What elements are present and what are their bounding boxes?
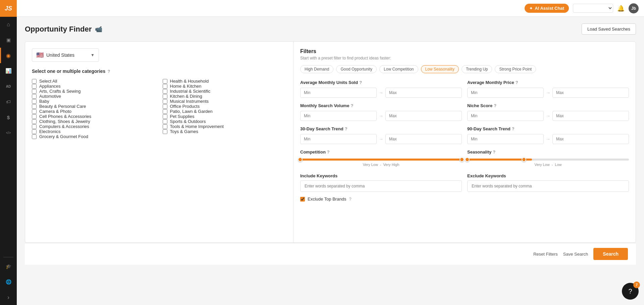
computers-checkbox[interactable]: [32, 124, 37, 129]
search-volume-max[interactable]: [385, 111, 462, 121]
category-cell-phones[interactable]: Cell Phones & Accessories: [32, 114, 156, 119]
preset-high-demand[interactable]: High Demand: [300, 65, 333, 73]
search-volume-help-icon[interactable]: ?: [351, 103, 353, 108]
category-appliances[interactable]: Appliances: [32, 84, 156, 89]
automotive-checkbox[interactable]: [32, 94, 37, 99]
reset-filters-button[interactable]: Reset Filters: [533, 252, 558, 257]
seasonality-help-icon[interactable]: ?: [493, 149, 495, 155]
sidebar-item-home[interactable]: ⌂: [0, 17, 17, 32]
search-button[interactable]: Search: [593, 248, 628, 260]
video-tutorial-icon[interactable]: 📹: [95, 26, 102, 33]
search-volume-min[interactable]: [300, 111, 377, 121]
grocery-checkbox[interactable]: [32, 134, 37, 139]
sidebar-item-extension[interactable]: 🌐: [0, 274, 17, 290]
electronics-checkbox[interactable]: [32, 129, 37, 134]
category-kitchen[interactable]: Kitchen & Dining: [163, 94, 287, 99]
kitchen-checkbox[interactable]: [163, 94, 167, 99]
baby-checkbox[interactable]: [32, 99, 37, 104]
category-patio[interactable]: Patio, Lawn & Garden: [163, 109, 287, 114]
avg-units-min[interactable]: [300, 88, 377, 98]
trend-30-help-icon[interactable]: ?: [345, 126, 347, 131]
category-industrial[interactable]: Industrial & Scientific: [163, 89, 287, 94]
category-arts-crafts[interactable]: Arts, Crafts & Sewing: [32, 89, 156, 94]
category-electronics[interactable]: Electronics: [32, 129, 156, 134]
category-computers[interactable]: Computers & Accessories: [32, 124, 156, 129]
trend-30-max[interactable]: [385, 134, 462, 144]
trend-90-max[interactable]: [552, 134, 629, 144]
competition-thumb-left[interactable]: [298, 157, 303, 162]
category-sports[interactable]: Sports & Outdoors: [163, 119, 287, 124]
home-kitchen-checkbox[interactable]: [163, 84, 167, 89]
country-selector[interactable]: 🇺🇸 United States ▼: [32, 48, 99, 62]
patio-checkbox[interactable]: [163, 109, 167, 114]
trend-30-min[interactable]: [300, 134, 377, 144]
preset-good-opportunity[interactable]: Good Opportunity: [336, 65, 377, 73]
niche-score-max[interactable]: [552, 111, 629, 121]
category-automotive[interactable]: Automotive: [32, 94, 156, 99]
avg-units-max[interactable]: [385, 88, 462, 98]
preset-strong-price[interactable]: Strong Price Point: [495, 65, 536, 73]
trend-90-help-icon[interactable]: ?: [512, 126, 515, 131]
preset-trending-up[interactable]: Trending Up: [462, 65, 492, 73]
trend-90-min[interactable]: [467, 134, 544, 144]
ai-assist-button[interactable]: ✦ AI Assist Chat: [525, 4, 569, 13]
avg-price-min[interactable]: [467, 88, 544, 98]
preset-low-seasonality[interactable]: Low Seasonality: [421, 65, 459, 73]
select-all-checkbox[interactable]: [32, 79, 37, 84]
category-beauty[interactable]: Beauty & Personal Care: [32, 104, 156, 109]
seasonality-thumb-right[interactable]: [522, 157, 526, 162]
seasonality-thumb-left[interactable]: [465, 157, 470, 162]
sidebar-item-academy[interactable]: 🎓: [0, 259, 17, 274]
health-checkbox[interactable]: [163, 79, 167, 84]
category-tools[interactable]: Tools & Home Improvement: [163, 124, 287, 129]
sidebar-item-products[interactable]: ▣: [0, 32, 17, 48]
toys-checkbox[interactable]: [163, 129, 167, 134]
category-pet[interactable]: Pet Supplies: [163, 114, 287, 119]
category-office[interactable]: Office Products: [163, 104, 287, 109]
category-musical[interactable]: Musical Instruments: [163, 99, 287, 104]
seasonality-slider[interactable]: Very Low - Low: [467, 157, 629, 168]
avg-units-help-icon[interactable]: ?: [359, 80, 362, 85]
office-checkbox[interactable]: [163, 104, 167, 109]
beauty-checkbox[interactable]: [32, 104, 37, 109]
exclude-keywords-input[interactable]: [467, 180, 629, 192]
sidebar-item-opportunity[interactable]: ◉: [0, 48, 17, 63]
include-keywords-input[interactable]: [300, 180, 462, 192]
category-select-all[interactable]: Select All: [32, 79, 156, 84]
sidebar-item-tags[interactable]: 🏷: [0, 94, 17, 110]
sidebar-item-code[interactable]: </>: [0, 125, 17, 140]
camera-checkbox[interactable]: [32, 109, 37, 114]
user-avatar[interactable]: Jb: [629, 3, 639, 13]
sidebar-item-ads[interactable]: AD: [0, 79, 17, 94]
industrial-checkbox[interactable]: [163, 89, 167, 94]
preset-low-competition[interactable]: Low Competition: [379, 65, 418, 73]
category-home-kitchen[interactable]: Home & Kitchen: [163, 84, 287, 89]
category-clothing[interactable]: Clothing, Shoes & Jewelry: [32, 119, 156, 124]
category-grocery[interactable]: Grocery & Gourmet Food: [32, 134, 156, 139]
notification-bell[interactable]: 🔔: [617, 5, 625, 12]
competition-slider[interactable]: Very Low - Very High: [300, 157, 462, 168]
save-search-button[interactable]: Save Search: [563, 252, 588, 257]
sidebar-expand-btn[interactable]: ›: [0, 290, 17, 305]
sports-checkbox[interactable]: [163, 119, 167, 124]
avg-price-help-icon[interactable]: ?: [516, 80, 518, 85]
sidebar-item-revenue[interactable]: $: [0, 110, 17, 125]
exclude-top-brands-checkbox[interactable]: [300, 197, 305, 202]
chat-bubble-button[interactable]: ? 7: [622, 283, 639, 300]
niche-score-min[interactable]: [467, 111, 544, 121]
category-camera[interactable]: Camera & Photo: [32, 109, 156, 114]
appliances-checkbox[interactable]: [32, 84, 37, 89]
pet-checkbox[interactable]: [163, 114, 167, 119]
clothing-checkbox[interactable]: [32, 119, 37, 124]
category-toys[interactable]: Toys & Games: [163, 129, 287, 134]
category-health[interactable]: Health & Household: [163, 79, 287, 84]
categories-help-icon[interactable]: ?: [107, 69, 110, 74]
musical-checkbox[interactable]: [163, 99, 167, 104]
sidebar-item-analytics[interactable]: 📊: [0, 63, 17, 79]
category-baby[interactable]: Baby: [32, 99, 156, 104]
avg-price-max[interactable]: [552, 88, 629, 98]
competition-thumb-right[interactable]: [460, 157, 464, 162]
cell-phones-checkbox[interactable]: [32, 114, 37, 119]
tools-checkbox[interactable]: [163, 124, 167, 129]
niche-score-help-icon[interactable]: ?: [494, 103, 496, 108]
